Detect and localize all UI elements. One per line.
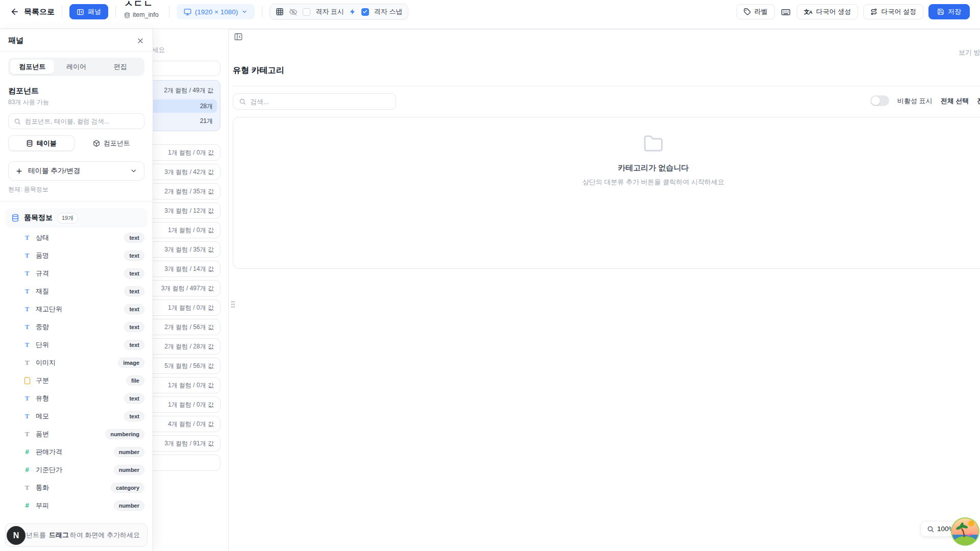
nextjs-dev-badge[interactable]: N bbox=[7, 526, 26, 545]
field-type-icon: T bbox=[23, 287, 31, 295]
eye-off-icon[interactable] bbox=[289, 8, 298, 16]
empty-state-subtitle: 상단의 대분류 추가 버튼을 클릭하여 시작하세요 bbox=[582, 178, 724, 187]
field-row[interactable]: T 품명 text bbox=[0, 246, 153, 264]
divider bbox=[262, 6, 262, 17]
field-type-badge: text bbox=[124, 286, 144, 296]
field-row[interactable]: T 이미지 image bbox=[0, 354, 153, 371]
field-type-badge: text bbox=[124, 411, 144, 421]
panel-resize-handle[interactable] bbox=[231, 300, 235, 308]
inactive-toggle[interactable] bbox=[870, 95, 889, 106]
divider bbox=[169, 6, 169, 17]
field-name: 메모 bbox=[36, 412, 119, 421]
translate-icon: 文A bbox=[804, 9, 813, 15]
field-name: 통화 bbox=[36, 483, 106, 492]
field-name: 재고단위 bbox=[36, 305, 119, 314]
field-list: T 상태 text T 품명 text T 규격 text T 재질 text bbox=[0, 229, 153, 514]
field-type-badge: text bbox=[124, 251, 144, 261]
drag-hint: 컴포넌트를 드래그하여 화면에 추가하세요 bbox=[5, 523, 148, 547]
collapse-panel-icon[interactable] bbox=[234, 32, 243, 41]
chevron-down-icon bbox=[241, 9, 248, 15]
save-button-label: 저장 bbox=[948, 7, 961, 16]
table-header-card[interactable]: 품목정보 19개 bbox=[5, 208, 148, 228]
field-type-icon: T bbox=[23, 252, 31, 260]
grid-snap-label: 격자 스냅 bbox=[374, 7, 403, 16]
field-type-badge: text bbox=[124, 322, 144, 332]
inactive-toggle-label: 비활성 표시 bbox=[897, 96, 933, 106]
close-icon[interactable] bbox=[136, 37, 144, 45]
field-row[interactable]: T 상태 text bbox=[0, 229, 153, 246]
label-button-label: 라벨 bbox=[754, 7, 768, 16]
grid-show-label: 격자 표시 bbox=[315, 7, 344, 16]
divider bbox=[0, 201, 153, 202]
field-type-icon: T bbox=[23, 323, 31, 331]
panel-tabs: 컴포넌트 레이어 편집 bbox=[8, 58, 144, 76]
mode-component-button[interactable]: 컴포넌트 bbox=[79, 135, 145, 151]
mode-component-label: 컴포넌트 bbox=[104, 139, 130, 148]
save-button[interactable]: 저장 bbox=[928, 4, 970, 19]
grid-options-group: 격자 표시 격자 스냅 bbox=[270, 4, 408, 20]
grid-icon[interactable] bbox=[276, 8, 284, 16]
field-row[interactable]: T 중량 text bbox=[0, 318, 153, 336]
category-search-input[interactable] bbox=[250, 98, 390, 106]
panel-toggle-button[interactable]: 패널 bbox=[69, 4, 108, 19]
back-to-list-button[interactable]: 목록으로 bbox=[10, 7, 55, 17]
field-name: 품명 bbox=[36, 251, 119, 260]
clipped-action-button[interactable]: 전 bbox=[977, 96, 980, 106]
monitor-icon bbox=[184, 8, 191, 16]
label-button[interactable]: 라벨 bbox=[737, 4, 775, 19]
field-type-badge: image bbox=[118, 358, 144, 368]
table-card-meta: 1개 컬럼 / 0개 값 bbox=[168, 226, 214, 235]
field-type-badge: text bbox=[124, 268, 144, 279]
table-card-meta: 5개 컬럼 / 56개 값 bbox=[164, 362, 214, 370]
field-row[interactable]: 구분 file bbox=[0, 371, 153, 389]
screen-table-name: item_info bbox=[133, 12, 159, 18]
panel-search-input[interactable] bbox=[25, 118, 139, 125]
resolution-value: (980 × 551) bbox=[195, 8, 238, 16]
add-table-button[interactable]: 테이블 추가/변경 bbox=[8, 161, 144, 181]
field-row[interactable]: T 재질 text bbox=[0, 282, 153, 300]
tab-components[interactable]: 컴포넌트 bbox=[10, 60, 54, 74]
i18n-settings-button[interactable]: 다국어 설정 bbox=[863, 4, 923, 19]
field-name: 이미지 bbox=[36, 358, 113, 367]
field-name: 부피 bbox=[36, 501, 109, 510]
cube-icon bbox=[93, 140, 100, 147]
column-count: 28개 bbox=[200, 102, 213, 111]
database-icon bbox=[124, 12, 130, 18]
table-card-meta: 2개 컬럼 / 56개 값 bbox=[164, 323, 214, 332]
tab-edit[interactable]: 편집 bbox=[99, 60, 142, 74]
category-search bbox=[233, 93, 396, 110]
resolution-select[interactable]: (980 × 551) bbox=[177, 4, 255, 19]
panel-left-icon bbox=[77, 8, 84, 16]
divider bbox=[115, 6, 116, 17]
field-row[interactable]: T 유형 text bbox=[0, 389, 153, 407]
empty-state-container: 카테고리가 없습니다 상단의 대분류 추가 버튼을 클릭하여 시작하세요 bbox=[233, 117, 980, 269]
field-row[interactable]: T 통화 category bbox=[0, 479, 153, 496]
field-row[interactable]: T 단위 text bbox=[0, 336, 153, 354]
mode-table-button[interactable]: 테이블 bbox=[8, 135, 75, 151]
tab-layers[interactable]: 레이어 bbox=[54, 60, 98, 74]
grid-snap-checkbox[interactable] bbox=[361, 8, 369, 16]
canvas-area: 보기 방식 유형 카테고리 비활성 표시 전체 선택 전 카테고리가 없습니다 … bbox=[229, 29, 980, 551]
i18n-settings-label: 다국어 설정 bbox=[881, 7, 916, 16]
grid-show-checkbox[interactable] bbox=[303, 8, 310, 16]
field-name: 품번 bbox=[36, 430, 100, 439]
field-row[interactable]: # 부피 number bbox=[0, 496, 153, 514]
field-row[interactable]: T 규격 text bbox=[0, 264, 153, 282]
arrow-left-icon bbox=[10, 7, 19, 16]
field-row[interactable]: # 기준단가 number bbox=[0, 461, 153, 479]
field-type-icon: T bbox=[23, 412, 31, 420]
widget-title: 유형 카테고리 bbox=[233, 65, 284, 76]
components-section-title: 컴포넌트 bbox=[8, 86, 144, 96]
field-row[interactable]: # 판매가격 number bbox=[0, 443, 153, 461]
island-widget-icon[interactable] bbox=[950, 517, 980, 546]
drag-hint-text: 하여 화면에 추가하세요 bbox=[70, 531, 140, 539]
field-row[interactable]: T 품번 numbering bbox=[0, 425, 153, 443]
field-type-icon: # bbox=[23, 466, 31, 473]
field-type-icon: T bbox=[23, 234, 31, 242]
i18n-generate-button[interactable]: 文A 다국어 생성 bbox=[797, 4, 859, 19]
field-row[interactable]: T 재고단위 text bbox=[0, 300, 153, 318]
keyboard-icon[interactable] bbox=[781, 7, 791, 17]
select-all-button[interactable]: 전체 선택 bbox=[941, 96, 969, 106]
field-name: 상태 bbox=[36, 233, 119, 242]
field-row[interactable]: T 메모 text bbox=[0, 407, 153, 425]
